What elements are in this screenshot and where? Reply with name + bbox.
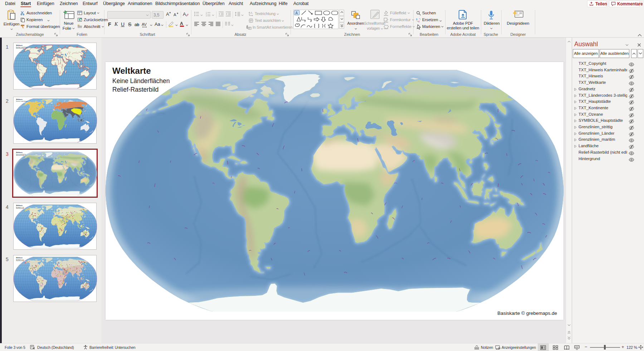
svg-text:A: A <box>250 11 253 15</box>
svg-text:A: A <box>296 11 298 15</box>
svg-text:A: A <box>183 11 186 17</box>
svg-text:3: 3 <box>206 15 207 16</box>
svg-text:A: A <box>180 21 183 26</box>
svg-text:AV: AV <box>142 22 147 27</box>
svg-text:A: A <box>174 13 176 17</box>
svg-text:b: b <box>416 18 418 20</box>
svg-text:A: A <box>166 11 169 17</box>
svg-text:c: c <box>419 20 420 23</box>
